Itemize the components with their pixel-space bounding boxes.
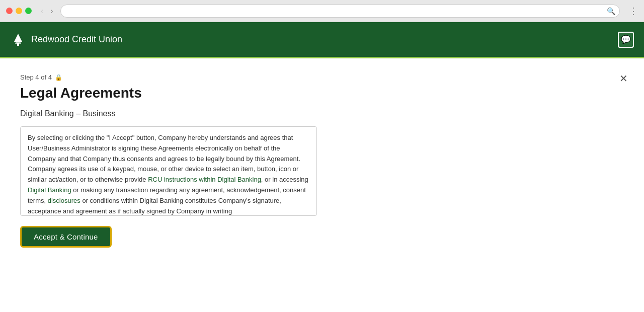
header-logo: Redwood Credit Union xyxy=(10,32,122,48)
sub-title: Digital Banking – Business xyxy=(20,109,624,118)
step-label: Step 4 of 4 🔒 xyxy=(20,73,624,81)
agreement-text: By selecting or clicking the "I Accept" … xyxy=(28,133,309,216)
traffic-lights xyxy=(6,8,32,14)
step-text: Step 4 of 4 xyxy=(20,73,52,81)
browser-more-icon[interactable]: ⋮ xyxy=(629,6,638,17)
page-title: Legal Agreements xyxy=(20,85,624,101)
search-icon: 🔍 xyxy=(607,7,615,15)
forward-button[interactable]: › xyxy=(48,6,55,17)
minimize-traffic-light[interactable] xyxy=(16,8,22,14)
agreement-text-box[interactable]: By selecting or clicking the "I Accept" … xyxy=(20,126,317,216)
page: Redwood Credit Union 💬 ✕ Step 4 of 4 🔒 L… xyxy=(0,22,644,312)
close-button[interactable]: ✕ xyxy=(619,72,628,85)
lock-icon: 🔒 xyxy=(55,74,62,81)
close-traffic-light[interactable] xyxy=(6,8,13,14)
back-button[interactable]: ‹ xyxy=(39,6,45,17)
main-content: ✕ Step 4 of 4 🔒 Legal Agreements Digital… xyxy=(0,58,644,312)
chat-button[interactable]: 💬 xyxy=(618,32,634,48)
header-title: Redwood Credit Union xyxy=(31,34,122,45)
logo-icon xyxy=(10,32,26,48)
svg-rect-2 xyxy=(17,43,19,46)
chat-icon: 💬 xyxy=(621,35,631,44)
nav-buttons: ‹ › xyxy=(39,6,55,17)
accept-continue-button[interactable]: Accept & Continue xyxy=(20,226,112,248)
site-header: Redwood Credit Union 💬 xyxy=(0,22,644,58)
fullscreen-traffic-light[interactable] xyxy=(25,8,32,14)
address-bar[interactable]: 🔍 xyxy=(60,5,620,18)
browser-chrome: ‹ › 🔍 ⋮ xyxy=(0,0,644,22)
